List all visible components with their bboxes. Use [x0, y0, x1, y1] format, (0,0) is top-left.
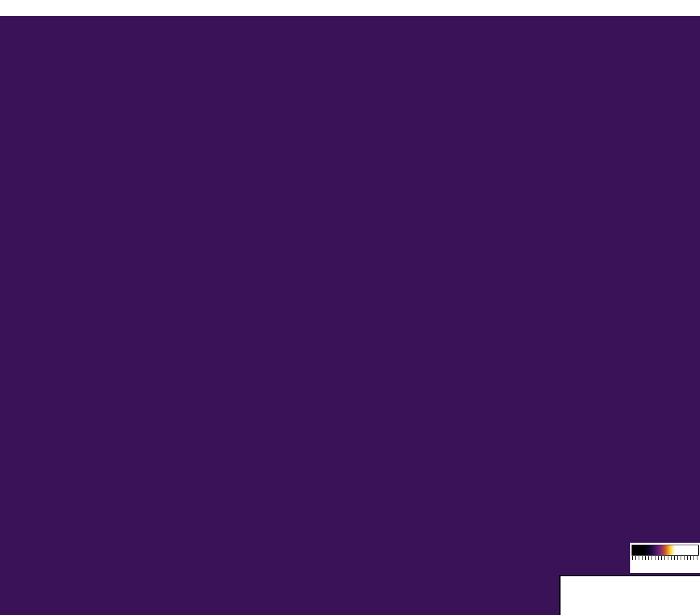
frequency-ruler [0, 0, 700, 16]
spectrogram-screen [0, 0, 700, 615]
color-scale-panel [630, 543, 700, 573]
waterfall-display[interactable] [0, 16, 700, 615]
status-info-box [559, 575, 700, 615]
intensity-gradient-bar [632, 545, 699, 556]
color-scale-ticks [632, 556, 698, 560]
